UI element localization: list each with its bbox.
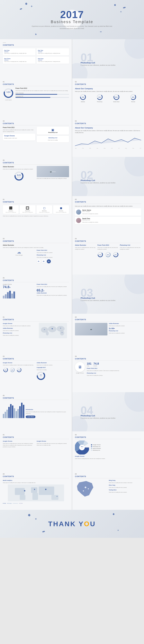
col-layout: ☁ Cloud Storage Power Point 2013 Click h… xyxy=(3,250,69,263)
legend-1: Google Chrome xyxy=(91,444,101,446)
slide-num: —— xyxy=(3,42,69,44)
person-info-2: Sarah Chen Marketing Lead Click here to … xyxy=(82,218,98,223)
legend-4: Workshop Cs4 xyxy=(91,450,101,451)
app-name: Google Chrome xyxy=(4,135,34,136)
col3-desc: Click here to modify title text, the tex… xyxy=(120,247,141,250)
pp-label: Power Point 2013 xyxy=(37,250,69,251)
pp-label: Power Point 2013 xyxy=(87,368,141,369)
world-map-svg xyxy=(37,323,69,338)
slide-02-photostats: 02 CONTENTS 📷 Adobe Illustrator Click he… xyxy=(72,314,144,353)
slide-label: CONTENTS xyxy=(75,240,141,243)
testing-title: Testing More xyxy=(109,489,141,491)
slide-group-11: 01 CONTENTS Google Chrome Click here to … xyxy=(0,432,144,470)
icon-desc: Click here to modify text xyxy=(6,212,16,213)
slide-group-4: 05 CONTENTS Adobe Illustrator Click here… xyxy=(0,157,144,196)
transition-number: 03 xyxy=(81,287,93,298)
small-donuts: 78% 65% 82% xyxy=(75,252,141,258)
slide-num: 04 xyxy=(75,238,141,240)
google-label: Google Chrome xyxy=(3,440,35,442)
legend-2: Photoshop Cs4 xyxy=(91,446,101,447)
label-europe: ● Europe xyxy=(7,503,12,504)
person-card-1: Aaron James CEO / Designer Click here to… xyxy=(75,208,141,216)
slide-label: CONTENTS xyxy=(75,318,141,322)
icon-desc: Click here to modify text xyxy=(22,212,33,213)
svg-point-66 xyxy=(24,490,25,492)
cta-button[interactable]: Learn More xyxy=(26,416,35,418)
col1-desc: Click here to modify title text, the tex… xyxy=(75,247,96,250)
slide-num: 05 xyxy=(3,277,69,279)
left: Google Chrome Click here to modify conte… xyxy=(3,362,35,380)
world-desc: Click here to modify the text content. C… xyxy=(3,482,69,484)
slide-04-largeicon: 04 CONTENTS 🖥 Google Chrome 181 Total xyxy=(72,353,144,392)
icon-boxes: ⬛ Solutions Click here to modify text 🔲 … xyxy=(3,205,69,214)
thank-you-text: THANK YOU xyxy=(48,520,96,528)
slide-03-progress: 03 CONTENTS Google Chrome Click here to … xyxy=(0,353,72,392)
power-label: Power Point 2013 xyxy=(3,127,35,128)
google-label2: Google Chrome xyxy=(37,440,69,442)
slide-label: CONTENTS xyxy=(3,122,69,125)
deco-line xyxy=(4,52,9,52)
slide-num: 02 xyxy=(75,316,141,318)
cloud-icon: ☁ xyxy=(3,250,35,254)
part-label: Part Three xyxy=(4,58,34,60)
icon-solutions: ⬛ xyxy=(9,206,13,210)
desc1: Click here to modify the content. xyxy=(109,325,141,327)
part-three-card: Part Three Click here to modify title te… xyxy=(3,56,35,64)
donut-chart: 3,414 + xyxy=(3,88,14,99)
icon-label: Business xyxy=(42,210,47,212)
pie-legend: Google Chrome Photoshop Cs4 Adobe Illust… xyxy=(91,444,101,451)
zhou-title: Zhou Yang xyxy=(109,484,141,486)
slide-03-worldanalytics: 03 CONTENTS World Analytics Click here t… xyxy=(0,470,72,510)
slide-group-1: —— CONTENTS Part One Click here to modif… xyxy=(0,39,144,78)
svg-rect-63 xyxy=(32,493,38,500)
svg-rect-62 xyxy=(31,487,37,493)
pie-area: 78.2 % Google Chrome Photoshop Cs4 Adobe… xyxy=(75,440,141,454)
col2: Power Point 2013 Click here to modify ti… xyxy=(97,244,119,250)
adobe-label: Adobe Illustrator xyxy=(37,362,69,364)
num-stats: 181 Total 74.8 Growth xyxy=(87,362,141,366)
pp-desc: Click here to modify the content. xyxy=(37,252,69,254)
prog-bar-bg xyxy=(16,94,69,95)
content-layout: 🖥 Google Chrome 181 Total 74.8 Growth xyxy=(75,362,141,376)
slide-02-persons: 02 CONTENTS Here you can modify the text… xyxy=(72,196,144,235)
ps-icon: ▣ xyxy=(38,128,68,132)
google-label: Google Chrome xyxy=(3,323,35,324)
cover-content: 2017 Business Template Experience as you… xyxy=(30,10,114,30)
svg-text:65%: 65% xyxy=(40,374,42,376)
slide-num: 03 xyxy=(3,473,69,475)
person-desc: Click here to modify the content. xyxy=(82,213,98,215)
donut-svg: 65% xyxy=(96,94,103,100)
slide-num: 01 xyxy=(3,81,69,83)
slide-label: CONTENTS xyxy=(3,279,69,282)
layout: Adobe Illustrator Click here to modify t… xyxy=(3,166,69,182)
three-col: Adobe Illustrator Click here to modify t… xyxy=(75,244,141,250)
slide-label: CONTENTS xyxy=(75,83,141,86)
part-label: Part Four xyxy=(38,58,68,60)
part-label: Part One xyxy=(4,50,34,51)
transition-app-name: Photoshop Cs4 xyxy=(81,179,95,182)
transition-slide-04: 04 Photoshop Cs4 Experience as your refe… xyxy=(72,392,144,432)
legend-label-2: Photoshop Cs4 xyxy=(93,446,100,447)
svg-text:completion: completion xyxy=(17,176,21,178)
pie-svg: 78.2 % xyxy=(75,440,89,454)
contents-slide-1: —— CONTENTS Part One Click here to modif… xyxy=(0,39,72,78)
left-map xyxy=(75,480,107,498)
donut-label: Adobe Illustr. xyxy=(113,101,120,102)
slide-label: CONTENTS xyxy=(75,475,141,478)
bottom-text: Click here to modify title text, the tex… xyxy=(3,215,69,217)
monitor-icon: 🖥 xyxy=(78,365,82,369)
ws-label: Workshop Cs4 xyxy=(38,137,68,138)
desc: Click here to modify title text, the tex… xyxy=(3,247,69,248)
slide-num: 01 xyxy=(3,434,69,436)
slide-01-textcols: 01 CONTENTS Google Chrome Click here to … xyxy=(0,432,72,470)
icon-label: Teamwork xyxy=(25,210,30,212)
svg-point-38 xyxy=(62,332,62,333)
bg-deco xyxy=(124,274,144,294)
slide-num: 02 xyxy=(75,198,141,200)
desc2: Click here to modify title text, the tex… xyxy=(37,443,69,446)
slide-label: CONTENTS xyxy=(3,83,69,86)
circle-icon: 🖥 xyxy=(75,362,85,372)
app-desc: Modify content, click here. xyxy=(4,138,34,139)
donut-svg: 78% xyxy=(80,94,87,100)
svg-text:65%: 65% xyxy=(98,96,101,98)
